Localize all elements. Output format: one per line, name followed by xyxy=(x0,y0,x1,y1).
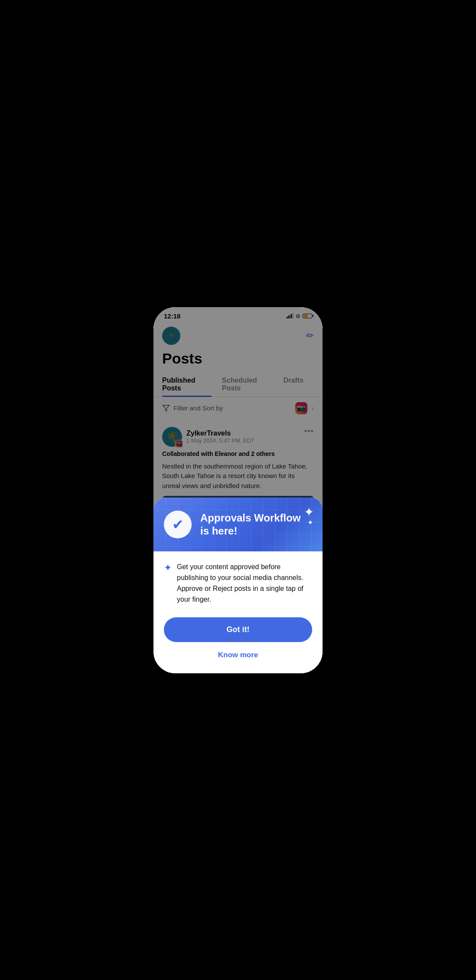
got-it-button[interactable]: Got it! xyxy=(164,617,312,642)
checkmark-icon: ✔ xyxy=(172,516,184,533)
approval-banner: ✦ ✦ ✔ Approvals Workflowis here! xyxy=(153,498,323,551)
bottom-sheet: ✦ ✦ ✔ Approvals Workflowis here! ✦ Get y… xyxy=(153,498,323,673)
banner-content: ✔ Approvals Workflowis here! xyxy=(164,511,312,538)
description-text: Get your content approved before publish… xyxy=(177,562,312,605)
banner-title: Approvals Workflowis here! xyxy=(200,511,312,538)
know-more-link[interactable]: Know more xyxy=(164,651,312,659)
approval-badge-icon: ✔ xyxy=(164,511,192,538)
sheet-body: ✦ Get your content approved before publi… xyxy=(153,551,323,673)
description-row: ✦ Get your content approved before publi… xyxy=(164,562,312,605)
description-sparkle-icon: ✦ xyxy=(164,562,172,574)
